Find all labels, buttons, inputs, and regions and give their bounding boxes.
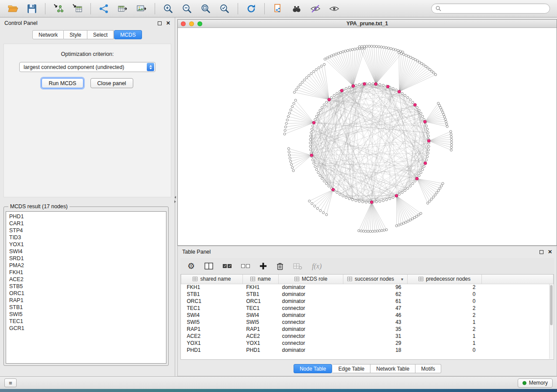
table-cell: 1 (408, 333, 482, 340)
table-settings-button[interactable]: ⚙ (187, 262, 195, 270)
mcds-result-item[interactable]: FKH1 (6, 269, 166, 276)
export-table-button[interactable] (114, 2, 131, 16)
apply-layout-button[interactable] (242, 2, 260, 16)
zoom-in-button[interactable] (159, 2, 177, 16)
unselect-all-button[interactable] (241, 264, 250, 268)
mcds-result-item[interactable]: STB1 (6, 304, 166, 311)
mcds-result-item[interactable]: RAP1 (6, 297, 166, 304)
mcds-result-item[interactable]: YOX1 (6, 241, 166, 248)
mcds-result-item[interactable]: SRD1 (6, 255, 166, 262)
window-minimize-traffic-light[interactable] (189, 21, 194, 26)
hide-graphics-button[interactable] (307, 2, 324, 16)
column-header-name[interactable]: name (243, 275, 279, 284)
mcds-result-item[interactable]: SWI5 (6, 311, 166, 318)
mcds-result-item[interactable]: CAR1 (6, 220, 166, 227)
import-network-button[interactable] (50, 2, 67, 16)
zoom-selected-button[interactable] (216, 2, 233, 16)
table-row[interactable]: ACE2ACE2connector311 (181, 333, 554, 340)
zoom-fit-button[interactable] (197, 2, 214, 16)
tab-select[interactable]: Select (87, 30, 114, 39)
table-tab-motifs[interactable]: Motifs (415, 364, 441, 373)
gear-icon: ⚙ (187, 262, 195, 270)
table-cell: 2 (408, 305, 482, 312)
toolbar-separator (264, 3, 265, 14)
close-panel-button[interactable]: Close panel (90, 78, 133, 88)
show-column-button[interactable] (204, 262, 213, 270)
table-scrollbar-thumb[interactable] (550, 285, 553, 325)
table-scrollbar[interactable] (549, 284, 553, 359)
table-row[interactable]: STB1STB1dominator620 (181, 291, 554, 298)
tab-style[interactable]: Style (64, 30, 87, 39)
mcds-result-item[interactable]: STP4 (6, 227, 166, 234)
float-table-panel-icon[interactable] (540, 250, 543, 254)
table-row[interactable]: TEC1TEC1connector472 (181, 305, 554, 312)
table-tab-edge-table[interactable]: Edge Table (332, 364, 370, 373)
search-box[interactable] (431, 3, 550, 14)
table-cell: SWI5 (181, 319, 243, 326)
column-header-shared-name[interactable]: shared name (181, 275, 243, 284)
mcds-result-item[interactable]: SWI4 (6, 248, 166, 255)
zoom-out-button[interactable] (178, 2, 196, 16)
table-tab-node-table[interactable]: Node Table (294, 364, 332, 373)
table-row[interactable]: ORC1ORC1dominator610 (181, 298, 554, 305)
float-panel-icon[interactable] (158, 21, 162, 25)
table-tab-network-table[interactable]: Network Table (370, 364, 415, 373)
find-button[interactable] (288, 2, 305, 16)
toolbar-separator (45, 3, 45, 14)
table-row[interactable]: SWI4SWI4dominator462 (181, 312, 554, 319)
column-type-icon (419, 277, 423, 281)
column-header-predecessor-nodes[interactable]: predecessor nodes (408, 275, 482, 284)
close-table-panel-icon[interactable]: ✕ (548, 249, 552, 254)
table-cell: 2 (408, 312, 482, 319)
tab-network[interactable]: Network (32, 30, 64, 39)
column-header-MCDS-role[interactable]: MCDS role (279, 275, 343, 284)
network-window-titlebar: YPA_prune.txt_1 (178, 20, 557, 28)
mcds-result-item[interactable]: GCR1 (6, 325, 166, 332)
table-row[interactable]: YOX1YOX1connector291 (181, 340, 554, 347)
table-cell-filler (482, 319, 554, 326)
mcds-result-item[interactable]: PHD1 (6, 213, 166, 220)
node-table: shared namenameMCDS rolesuccessor nodes▾… (181, 275, 554, 354)
table-cell-filler (482, 326, 554, 333)
mcds-result-item[interactable]: STB5 (6, 283, 166, 290)
save-session-button[interactable] (23, 2, 41, 16)
table-row[interactable]: RAP1RAP1dominator352 (181, 326, 554, 333)
share-document-button[interactable] (269, 2, 287, 16)
table-cell: STB1 (243, 291, 279, 298)
mcds-result-item[interactable]: ACE2 (6, 276, 166, 283)
add-column-button[interactable] (259, 262, 267, 270)
tab-mcds[interactable]: MCDS (114, 30, 142, 39)
show-graphics-button[interactable] (325, 2, 343, 16)
table-toolbar: ⚙ f(x) (180, 258, 554, 275)
network-graph (178, 28, 557, 245)
mcds-result-list[interactable]: PHD1CAR1STP4TID3YOX1SWI4SRD1PMA2FKH1ACE2… (6, 211, 166, 364)
delete-column-button[interactable] (277, 262, 284, 270)
eye-slash-icon (310, 3, 321, 14)
mcds-result-item[interactable]: ORC1 (6, 290, 166, 297)
table-cell: 61 (343, 298, 408, 305)
optimization-criterion-select[interactable]: largest connected component (undirected) (19, 62, 156, 72)
mcds-result-item[interactable]: TID3 (6, 234, 166, 241)
run-mcds-button[interactable]: Run MCDS (42, 78, 83, 88)
search-input[interactable] (444, 6, 546, 12)
mcds-result-item[interactable]: PMA2 (6, 262, 166, 269)
table-row[interactable]: FKH1FKH1dominator962 (181, 284, 554, 291)
mcds-result-item[interactable]: TEC1 (6, 318, 166, 325)
column-header-successor-nodes[interactable]: successor nodes▾ (343, 275, 408, 284)
window-close-traffic-light[interactable] (181, 21, 186, 26)
table-cell-filler (482, 298, 554, 305)
import-table-button[interactable] (69, 2, 86, 16)
table-row[interactable]: PHD1PHD1dominator180 (181, 347, 554, 354)
export-image-button[interactable] (133, 2, 150, 16)
open-session-button[interactable] (4, 2, 22, 16)
column-filter-chevron-icon[interactable]: ▾ (401, 277, 403, 282)
select-all-button[interactable] (223, 264, 232, 268)
table-cell: 35 (343, 326, 408, 333)
memory-button[interactable]: Memory (518, 378, 553, 388)
window-maximize-traffic-light[interactable] (197, 21, 202, 26)
network-canvas[interactable] (178, 28, 557, 245)
status-menu-button[interactable]: ≡ (4, 378, 17, 387)
table-row[interactable]: SWI5SWI5connector431 (181, 319, 554, 326)
close-panel-icon[interactable]: ✕ (166, 21, 170, 26)
export-network-button[interactable] (95, 2, 113, 16)
